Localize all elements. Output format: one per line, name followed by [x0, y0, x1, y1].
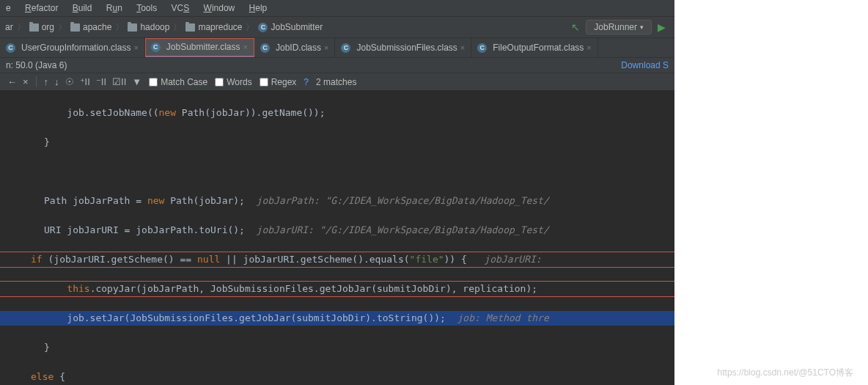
folder-icon	[185, 23, 195, 32]
find-up-icon[interactable]: ↑	[44, 76, 49, 87]
menu-item-build[interactable]: Build	[67, 1, 98, 15]
folder-icon	[70, 23, 80, 32]
nav-back-icon[interactable]: ↖	[571, 21, 580, 33]
tab-jobsubmitter[interactable]: JobSubmitter.class×	[145, 38, 254, 57]
tab-usergroupinformation[interactable]: UserGroupInformation.class×	[0, 38, 145, 57]
menu-item-refactor[interactable]: Refactor	[19, 1, 64, 15]
tab-jobid[interactable]: JobID.class×	[254, 38, 335, 57]
breadcrumb-item[interactable]: JobSubmitter	[256, 22, 325, 32]
find-down-icon[interactable]: ↓	[54, 76, 59, 87]
tab-fileoutputformat[interactable]: FileOutputFormat.class×	[471, 38, 597, 57]
match-count: 2 matches	[316, 77, 356, 87]
menu-item-vcs[interactable]: VCS	[166, 1, 196, 15]
download-sources-link[interactable]: Download S	[621, 60, 669, 70]
words-checkbox[interactable]: Words	[215, 77, 251, 87]
close-icon[interactable]: ×	[324, 43, 328, 52]
folder-icon	[128, 23, 137, 32]
find-close-icon[interactable]: ×	[21, 76, 30, 87]
menu-bar: e Refactor Build Run Tools VCS Window He…	[0, 0, 674, 17]
tab-jobsubmissionfiles[interactable]: JobSubmissionFiles.class×	[335, 38, 471, 57]
code-editor[interactable]: job.setJobName((new Path(jobJar)).getNam…	[0, 91, 674, 385]
menu-item-tools[interactable]: Tools	[130, 1, 163, 15]
breadcrumb-item[interactable]: org	[27, 22, 56, 32]
add-selection-icon[interactable]: ⁺II	[80, 76, 90, 87]
breadcrumb-item[interactable]: hadoop	[125, 22, 172, 32]
close-icon[interactable]: ×	[133, 43, 138, 52]
close-icon[interactable]: ×	[243, 43, 248, 51]
menu-item-run[interactable]: Run	[100, 1, 128, 15]
folder-icon	[29, 23, 39, 32]
select-all-icon[interactable]: ☑II	[112, 76, 126, 87]
close-icon[interactable]: ×	[586, 43, 591, 52]
filter-icon[interactable]: ▼	[132, 76, 141, 87]
find-bar: ← × ↑ ↓ ☉ ⁺II ⁻II ☑II ▼ Match Case Words…	[0, 73, 674, 91]
class-icon	[260, 43, 270, 53]
breadcrumb-item[interactable]: apache	[68, 22, 114, 32]
ide-window: e Refactor Build Run Tools VCS Window He…	[0, 0, 674, 385]
menu-item-window[interactable]: Window	[198, 1, 241, 15]
class-icon	[477, 43, 487, 53]
class-icon	[151, 43, 161, 52]
class-icon	[341, 43, 350, 53]
regex-help-link[interactable]: ?	[304, 77, 309, 87]
breadcrumb-item[interactable]: ar	[3, 22, 15, 32]
regex-checkbox[interactable]: Regex	[260, 77, 297, 87]
run-icon[interactable]: ▶	[658, 21, 666, 33]
editor-tabs: UserGroupInformation.class× JobSubmitter…	[0, 38, 674, 58]
match-case-checkbox[interactable]: Match Case	[149, 77, 207, 87]
remove-selection-icon[interactable]: ⁻II	[96, 76, 106, 87]
status-bar: n: 50.0 (Java 6) Download S	[0, 58, 674, 73]
watermark: https://blog.csdn.net/@51CTO博客	[718, 367, 853, 379]
status-left: n: 50.0 (Java 6)	[6, 60, 67, 70]
menu-item-help[interactable]: Help	[243, 1, 273, 15]
breadcrumb-bar: ar〉 org〉 apache〉 hadoop〉 mapreduce〉 JobS…	[0, 17, 674, 38]
class-icon	[6, 43, 15, 53]
breadcrumb-separator: 〉	[15, 21, 27, 34]
close-icon[interactable]: ×	[460, 43, 465, 52]
menu-item[interactable]: e	[0, 1, 17, 15]
find-all-icon[interactable]: ☉	[65, 76, 74, 87]
class-icon	[258, 23, 268, 32]
run-config-selector[interactable]: JobRunner	[586, 20, 652, 34]
breadcrumb-item[interactable]: mapreduce	[183, 22, 244, 32]
find-prev-icon[interactable]: ←	[6, 76, 18, 87]
